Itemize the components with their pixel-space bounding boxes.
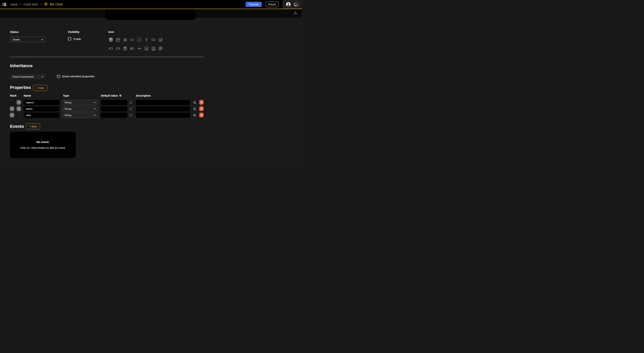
- account-panel: [282, 0, 302, 9]
- refresh-icon[interactable]: [129, 107, 132, 111]
- image-icon[interactable]: [144, 46, 149, 51]
- trash-button[interactable]: [199, 112, 204, 118]
- status-select[interactable]: Stable: [10, 37, 46, 42]
- events-new-button[interactable]: + New: [26, 124, 40, 129]
- inheritance-parent-value: Visual Component: [12, 75, 34, 78]
- chevron-right-icon: [40, 3, 42, 6]
- property-default-input[interactable]: [101, 112, 128, 118]
- property-name-input[interactable]: [24, 112, 60, 118]
- chevron-down-icon: [93, 108, 96, 110]
- status-select-value: Stable: [12, 38, 20, 41]
- layout-panel-icon[interactable]: [116, 37, 120, 42]
- section-divider: [10, 57, 204, 57]
- search-icon[interactable]: [193, 113, 196, 117]
- visibility-label: Visibility: [68, 30, 80, 34]
- breadcrumb-project[interactable]: CODE MVE: [24, 3, 38, 6]
- status-label: Status: [10, 30, 19, 34]
- tutorials-button[interactable]: Tutorials: [246, 2, 262, 7]
- qrcode-icon[interactable]: [158, 46, 163, 51]
- forum-button[interactable]: Forum: [266, 2, 279, 7]
- property-description-input[interactable]: [136, 112, 190, 118]
- events-heading: Events: [10, 124, 24, 129]
- download-icon[interactable]: [293, 11, 298, 15]
- search-icon[interactable]: [193, 101, 196, 104]
- property-type-select[interactable]: String: [62, 106, 98, 112]
- rank-down-button[interactable]: [16, 100, 21, 105]
- component-editor-page: Home CODE MVE Bar Chart Tutorials Forum: [0, 0, 302, 165]
- icon-picker-label: Icon: [108, 30, 114, 34]
- events-empty-box: No event. Click on +New button to add an…: [10, 132, 76, 158]
- show-inherited-label: Show inherited properties: [62, 75, 95, 78]
- rank-down-button[interactable]: [16, 106, 21, 111]
- property-default-input[interactable]: [101, 100, 128, 105]
- public-checkbox[interactable]: [68, 37, 71, 40]
- app-logo[interactable]: [294, 2, 298, 7]
- trash-button[interactable]: [199, 106, 204, 111]
- property-type-select[interactable]: String: [62, 100, 98, 105]
- refresh-icon[interactable]: [129, 113, 132, 117]
- text-icon[interactable]: T: [144, 37, 149, 42]
- property-name-input[interactable]: [24, 100, 60, 105]
- rank-up-button[interactable]: [10, 113, 14, 118]
- icon-picker-row2: [108, 46, 163, 51]
- button-icon[interactable]: [130, 37, 135, 42]
- video-icon[interactable]: [151, 46, 156, 51]
- column-header-name: Name: [24, 94, 31, 97]
- list-icon[interactable]: [122, 37, 128, 42]
- breadcrumb-home[interactable]: Home: [10, 3, 18, 6]
- public-checkbox-label: Public: [74, 37, 82, 40]
- clickable-icon[interactable]: [151, 37, 156, 42]
- checkbox-icon[interactable]: [158, 37, 163, 42]
- column-header-rank: Rank: [10, 94, 16, 97]
- properties-heading: Properties: [10, 85, 31, 90]
- chevron-down-icon: [41, 38, 44, 41]
- calendar-icon[interactable]: [122, 46, 128, 51]
- page-title: Bar Chart: [50, 3, 63, 6]
- property-description-input[interactable]: [136, 106, 190, 112]
- events-empty-hint: Click on +New button to add an event.: [20, 146, 66, 149]
- preview-card-bottom: [106, 9, 196, 20]
- chevron-down-icon: [93, 101, 96, 104]
- property-description-input[interactable]: [136, 100, 190, 105]
- events-empty-title: No event.: [36, 140, 50, 144]
- column-header-type: Type: [63, 94, 69, 97]
- inheritance-parent-select[interactable]: Visual Component: [10, 74, 46, 79]
- cube-icon[interactable]: [108, 37, 113, 42]
- icon-picker-row1: T: [108, 37, 163, 42]
- property-default-input[interactable]: [101, 106, 128, 112]
- menu-list-icon[interactable]: [2, 2, 7, 7]
- text-input-icon[interactable]: [108, 46, 113, 51]
- chevron-down-icon: [41, 75, 44, 78]
- ellipse-icon[interactable]: [137, 37, 142, 42]
- rank-up-button[interactable]: [10, 106, 14, 111]
- property-type-select[interactable]: String: [62, 112, 98, 118]
- refresh-icon[interactable]: [129, 101, 132, 104]
- search-icon[interactable]: [193, 107, 196, 111]
- component-cube-icon: [44, 2, 48, 6]
- column-header-default-value: Default Value: [101, 94, 122, 97]
- top-bar: Home CODE MVE Bar Chart Tutorials Forum: [0, 0, 302, 9]
- info-icon[interactable]: [119, 94, 122, 97]
- account-icon[interactable]: [286, 2, 291, 7]
- trash-button[interactable]: [199, 100, 204, 105]
- column-header-description: Description: [136, 94, 151, 97]
- show-inherited-checkbox[interactable]: [57, 75, 60, 78]
- svg-text:T: T: [145, 38, 148, 42]
- chevron-right-icon: [19, 3, 22, 6]
- properties-new-button[interactable]: + New: [33, 85, 47, 91]
- breadcrumb: Home CODE MVE Bar Chart: [10, 2, 63, 6]
- property-name-input[interactable]: [24, 106, 60, 112]
- toggle-icon[interactable]: [130, 46, 135, 51]
- chevron-down-icon: [93, 114, 96, 117]
- inheritance-heading: Inheritance: [10, 63, 32, 68]
- dropdown-icon[interactable]: [116, 46, 120, 51]
- slider-icon[interactable]: [137, 46, 142, 51]
